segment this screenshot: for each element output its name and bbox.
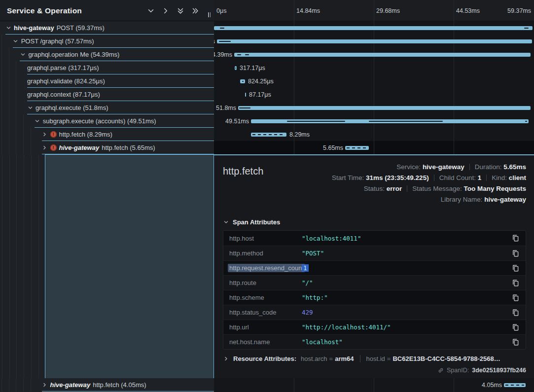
chevron-right-icon[interactable] — [42, 132, 48, 138]
span-bar[interactable] — [251, 119, 529, 123]
attribute-row: http.status_code429 — [223, 305, 526, 320]
copy-icon[interactable] — [512, 249, 520, 257]
span-name-label: POST /graphql (57.57ms) — [21, 37, 94, 45]
meta-value: 5.65ms — [503, 163, 526, 171]
chevron-down-icon[interactable] — [35, 118, 40, 124]
meta-label: Library Name: — [441, 196, 485, 203]
copy-icon[interactable] — [512, 323, 520, 331]
span-row[interactable]: graphql.execute (51.8ms) — [0, 101, 214, 114]
span-name-label: http.fetch (8.29ms) — [59, 131, 112, 138]
copy-icon[interactable] — [512, 294, 520, 302]
meta-label: Start Time: — [332, 174, 366, 181]
indent-guide — [9, 378, 9, 392]
meta-label: Status Message: — [412, 185, 463, 192]
span-row[interactable]: hive-gatewayPOST (59.37ms) — [0, 21, 214, 35]
indent-guide — [1, 48, 2, 61]
meta-divider — [434, 175, 434, 181]
resource-divider — [360, 355, 360, 362]
panel-resize-handle[interactable] — [208, 12, 211, 17]
span-id-value: 3de02518937fb246 — [472, 367, 526, 374]
child-span-marker — [245, 54, 249, 55]
chevron-down-icon[interactable] — [5, 25, 11, 31]
span-attributes-toggle[interactable]: Span Attributes — [223, 218, 526, 226]
span-name-label: http.fetch (5.65ms) — [102, 144, 155, 151]
attribute-key: http.host — [229, 235, 302, 242]
span-bar[interactable] — [238, 106, 531, 110]
span-duration-label: 49.51ms — [225, 114, 249, 128]
indent-guide — [9, 114, 9, 128]
span-bar[interactable] — [240, 79, 245, 83]
resource-attributes-title: Resource Attributes: — [233, 355, 296, 362]
span-row[interactable]: graphql.parse (317.17μs) — [0, 61, 214, 74]
copy-icon[interactable] — [512, 279, 520, 287]
span-row-content: graphql.context (87.17μs) — [27, 88, 100, 101]
span-bar[interactable] — [217, 39, 532, 43]
resource-attributes-row[interactable]: Resource Attributes: host.arch=arm64host… — [223, 355, 526, 362]
span-bar[interactable] — [504, 383, 526, 387]
indent-guide — [16, 141, 16, 154]
span-duration-label: 54.39ms — [214, 48, 232, 61]
span-row[interactable]: graphql.context (87.17μs) — [0, 88, 214, 101]
copy-icon[interactable] — [512, 234, 520, 242]
copy-icon[interactable] — [512, 309, 520, 317]
indent-guide — [1, 101, 2, 114]
chevron-down-icon[interactable] — [13, 38, 19, 44]
indent-guide — [31, 141, 31, 154]
attribute-value: "http://localhost:4011/" — [302, 323, 512, 331]
span-bar[interactable] — [235, 66, 237, 70]
span-row[interactable]: graphql.validate (824.25μs) — [0, 74, 214, 88]
span-service-label: hive-gateway — [50, 381, 91, 389]
span-row[interactable]: subgraph.execute (accounts) (49.51ms) — [0, 114, 214, 128]
copy-icon[interactable] — [512, 338, 520, 346]
timeline-tick-label: 0μs — [216, 0, 226, 21]
span-service-label: hive-gateway — [59, 144, 100, 151]
child-span-marker — [239, 107, 250, 108]
span-bar[interactable] — [245, 93, 246, 97]
attribute-key: net.host.name — [229, 338, 302, 346]
indent-guide — [9, 88, 9, 101]
span-row[interactable]: POST /graphql (57.57ms) — [0, 35, 214, 48]
chevron-down-icon[interactable] — [27, 105, 33, 111]
attribute-value: "http:" — [302, 294, 512, 301]
attribute-value: 1 — [302, 264, 512, 272]
child-span-marker — [220, 28, 224, 29]
span-meta-line: Start Time: 31ms (23:35:49.225)Child Cou… — [332, 173, 526, 183]
resource-value: arm64 — [335, 355, 354, 362]
span-bar[interactable] — [234, 53, 531, 57]
chevron-down-icon[interactable] — [20, 52, 26, 58]
error-icon: ! — [50, 144, 57, 151]
span-row[interactable]: !http.fetch (8.29ms) — [0, 128, 214, 141]
span-attributes-table: http.host"localhost:4011"http.method"POS… — [223, 230, 526, 350]
child-span-marker — [237, 54, 241, 55]
link-icon[interactable] — [438, 367, 444, 373]
span-name-label: graphql.validate (824.25μs) — [27, 77, 105, 85]
span-row[interactable]: !hive-gatewayhttp.fetch (5.65ms) — [0, 141, 214, 154]
meta-label: Service: — [396, 163, 423, 171]
indent-guide — [1, 141, 2, 154]
span-duration-label: 87.17μs — [249, 88, 271, 101]
chevron-right-icon[interactable] — [161, 6, 170, 15]
span-row[interactable]: hive-gatewayhttp.fetch (4.05ms) — [0, 378, 214, 392]
meta-label: Child Count: — [439, 174, 478, 181]
attribute-key: http.status_code — [229, 309, 302, 316]
span-row-underline — [42, 391, 214, 392]
span-meta: Service: hive-gatewayDuration: 5.65msSta… — [332, 162, 526, 205]
span-row[interactable]: graphql.operation Me (54.39ms) — [0, 48, 214, 61]
chevrons-right-icon[interactable] — [191, 6, 199, 15]
span-bar[interactable] — [251, 133, 286, 137]
chevron-down-icon[interactable] — [146, 6, 155, 15]
chevron-right-icon[interactable] — [42, 145, 48, 151]
copy-icon[interactable] — [512, 264, 520, 272]
chevron-right-icon[interactable] — [42, 382, 48, 388]
indent-guide — [1, 128, 2, 141]
span-row-content: graphql.parse (317.17μs) — [27, 61, 99, 74]
span-bar[interactable] — [345, 146, 369, 150]
child-span-marker — [287, 121, 345, 122]
chevrons-down-icon[interactable] — [176, 6, 184, 15]
attribute-value: 429 — [302, 309, 512, 316]
span-bar[interactable] — [214, 26, 533, 30]
indent-guide — [31, 128, 31, 141]
attribute-key: http.scheme — [229, 294, 302, 301]
attribute-value: "/" — [302, 279, 512, 286]
attribute-key: http.request.resend_count — [229, 264, 302, 272]
